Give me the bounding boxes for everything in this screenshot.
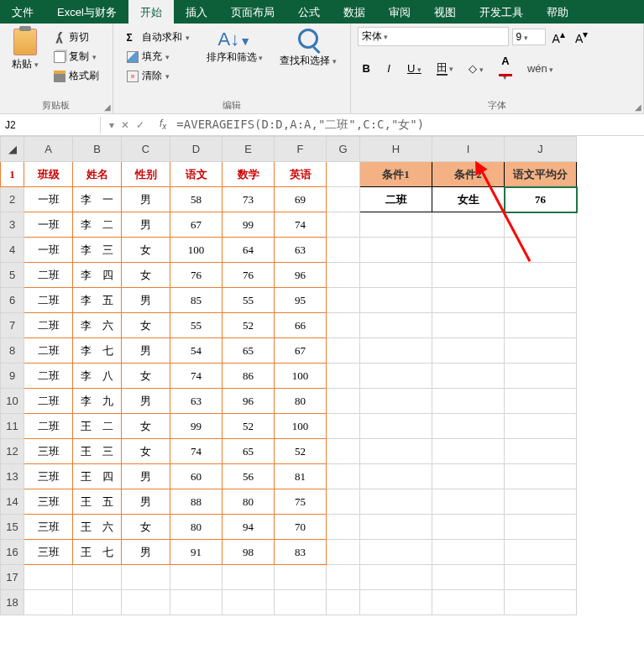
cell[interactable]: [327, 464, 360, 489]
cell[interactable]: 67: [275, 338, 327, 364]
tab-view[interactable]: 视图: [422, 0, 468, 24]
cell[interactable]: 三班: [24, 489, 73, 515]
cell[interactable]: 58: [170, 187, 223, 212]
cell[interactable]: 王 六: [73, 515, 122, 540]
cell[interactable]: 63: [170, 389, 223, 414]
cell[interactable]: [505, 464, 577, 489]
tab-insert[interactable]: 插入: [174, 0, 219, 24]
row-header[interactable]: 3: [1, 212, 24, 238]
cell[interactable]: [432, 489, 505, 515]
cell[interactable]: 二班: [24, 338, 73, 364]
cell[interactable]: 63: [275, 238, 327, 263]
cell[interactable]: [360, 313, 432, 338]
row-header[interactable]: 18: [1, 590, 24, 615]
col-header[interactable]: H: [360, 137, 432, 162]
cell[interactable]: [24, 565, 73, 590]
cell[interactable]: 女: [122, 515, 170, 540]
cell[interactable]: [505, 540, 577, 565]
cell[interactable]: [505, 238, 577, 263]
font-name-select[interactable]: 宋体: [358, 27, 509, 46]
cell[interactable]: 73: [223, 187, 275, 212]
cell[interactable]: [360, 439, 432, 464]
cell[interactable]: [505, 515, 577, 540]
cell[interactable]: 100: [170, 238, 223, 263]
cell[interactable]: [432, 212, 505, 238]
cell[interactable]: [505, 389, 577, 414]
cell[interactable]: 二班: [24, 263, 73, 288]
row-header[interactable]: 10: [1, 389, 24, 414]
cell[interactable]: 100: [275, 414, 327, 439]
cell[interactable]: 李 三: [73, 238, 122, 263]
side-header-avg[interactable]: 语文平均分: [505, 162, 577, 187]
side-header-cond2[interactable]: 条件2: [432, 162, 505, 187]
cell[interactable]: [327, 389, 360, 414]
cell[interactable]: 李 一: [73, 187, 122, 212]
italic-button[interactable]: I: [380, 60, 397, 77]
col-header[interactable]: A: [24, 137, 73, 162]
cell[interactable]: 99: [170, 414, 223, 439]
cell[interactable]: 75: [275, 489, 327, 515]
fill-button[interactable]: 填充: [123, 48, 193, 65]
confirm-formula-icon[interactable]: ✓: [136, 119, 144, 131]
col-header[interactable]: F: [275, 137, 327, 162]
cell[interactable]: [275, 565, 327, 590]
side-header-cond1[interactable]: 条件1: [360, 162, 432, 187]
cell[interactable]: [327, 489, 360, 515]
clear-button[interactable]: 清除: [123, 67, 193, 85]
cell[interactable]: [327, 565, 360, 590]
cell[interactable]: [505, 288, 577, 313]
cell[interactable]: 76: [170, 263, 223, 288]
cell[interactable]: [505, 439, 577, 464]
header-class[interactable]: 班级: [24, 162, 73, 187]
cell[interactable]: 94: [223, 515, 275, 540]
cell[interactable]: 96: [223, 389, 275, 414]
cell[interactable]: 二班: [24, 313, 73, 338]
header-name[interactable]: 姓名: [73, 162, 122, 187]
cell[interactable]: [505, 364, 577, 389]
row-header[interactable]: 7: [1, 313, 24, 338]
cell[interactable]: [360, 212, 432, 238]
col-header[interactable]: J: [505, 137, 577, 162]
tab-file[interactable]: 文件: [0, 0, 45, 24]
cell[interactable]: 74: [275, 212, 327, 238]
cell[interactable]: 男: [122, 489, 170, 515]
cell[interactable]: 55: [223, 288, 275, 313]
cell[interactable]: 74: [170, 364, 223, 389]
row-header[interactable]: 17: [1, 565, 24, 590]
cell[interactable]: [73, 590, 122, 615]
cell[interactable]: 一班: [24, 187, 73, 212]
cell[interactable]: 男: [122, 187, 170, 212]
cell[interactable]: 52: [223, 414, 275, 439]
cell[interactable]: 65: [223, 439, 275, 464]
cell[interactable]: 三班: [24, 439, 73, 464]
cell[interactable]: [505, 338, 577, 364]
select-all-corner[interactable]: ◢: [1, 137, 24, 162]
row-header[interactable]: 16: [1, 540, 24, 565]
cell[interactable]: [505, 590, 577, 615]
tab-home[interactable]: 开始: [128, 0, 174, 24]
cell[interactable]: [327, 338, 360, 364]
cell[interactable]: 64: [223, 238, 275, 263]
cell[interactable]: 52: [275, 439, 327, 464]
cell[interactable]: 83: [275, 540, 327, 565]
cell[interactable]: 95: [275, 288, 327, 313]
cell[interactable]: [223, 565, 275, 590]
decrease-font-button[interactable]: A▾: [572, 27, 591, 47]
cell[interactable]: [327, 187, 360, 212]
row-header[interactable]: 14: [1, 489, 24, 515]
row-header[interactable]: 5: [1, 263, 24, 288]
cell[interactable]: 三班: [24, 515, 73, 540]
cell[interactable]: 81: [275, 464, 327, 489]
cell[interactable]: 王 五: [73, 489, 122, 515]
row-header[interactable]: 13: [1, 464, 24, 489]
col-header[interactable]: B: [73, 137, 122, 162]
cell[interactable]: [327, 238, 360, 263]
row-header[interactable]: 12: [1, 439, 24, 464]
cell[interactable]: 李 八: [73, 364, 122, 389]
cell[interactable]: 男: [122, 288, 170, 313]
col-header[interactable]: C: [122, 137, 170, 162]
side-value-cond1[interactable]: 二班: [360, 187, 432, 212]
cell[interactable]: [360, 540, 432, 565]
formula-input[interactable]: [173, 116, 644, 134]
row-header[interactable]: 11: [1, 414, 24, 439]
